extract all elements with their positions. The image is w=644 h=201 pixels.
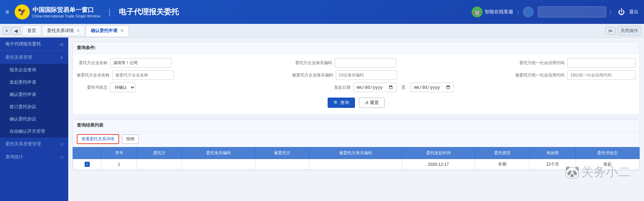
sidebar-stats-arrow: ◁ [60,155,63,159]
td-validity: 12个月 [529,159,575,170]
search-button[interactable]: 🔍 查询 [328,98,355,108]
reject-button[interactable]: 拒绝 [122,134,139,144]
user-icon[interactable]: 👤 [523,6,534,17]
main-layout: 电子代理报关委托 ◁ 委托关系管理 ∨ 报关企业查询 发起委托申请 确认委托申请… [0,38,644,201]
td-type: 长期 [475,159,529,170]
reset-button[interactable]: ↺ 重置 [359,98,385,108]
sidebar-item-confirm-agreement[interactable]: 确认委托协议 [0,113,68,125]
th-type: 委托类型 [475,147,529,159]
query-section: 查询条件: 委托方企业名称 委托方企业海关编码 委托方统一社会信用代码 被委托方… [72,42,640,115]
query-row-1: 委托方企业名称 委托方企业海关编码 委托方统一社会信用代码 [77,58,635,68]
header-right: 🤖 智能在线客服 | 👤 | ⏻ 退出 [472,6,639,17]
search-icon: 🔍 [333,100,339,105]
query-title: 查询条件: [73,42,640,54]
td-entrusted-party [255,159,309,170]
logout-button[interactable]: 退出 [629,9,639,15]
sidebar-item-main[interactable]: 电子代理报关委托 ◁ [0,38,68,51]
entrust-customs-input[interactable] [335,58,396,68]
search-input-area[interactable] [538,6,606,17]
content-area: 查询条件: 委托方企业名称 委托方企业海关编码 委托方统一社会信用代码 被委托方… [68,38,644,201]
th-seq: 序号 [101,147,137,159]
tab-detail[interactable]: 委托关系详情 ✕ [42,25,85,36]
header-search-input[interactable] [541,10,603,14]
th-entrusted-party: 被委托方 [255,147,309,159]
sidebar-item-initiate[interactable]: 发起委托申请 [0,76,68,88]
sidebar-item-customs-query[interactable]: 报关企业查询 [0,64,68,76]
entrust-company-input[interactable] [110,58,172,68]
th-checkbox [73,147,101,159]
table-row: ✓ 1 2020-12-17 长期 12个月 发起 [73,159,640,170]
query-form: 委托方企业名称 委托方企业海关编码 委托方统一社会信用代码 被委托方企业名称 被… [73,54,640,115]
power-icon[interactable]: ⏻ [618,8,625,16]
th-validity: 有效期 [529,147,575,159]
th-status: 委托书状态 [575,147,639,159]
nav-back-button[interactable]: ◀ [12,27,20,34]
sidebar-stats-label: 查询统计 [5,154,23,160]
sidebar-section-change[interactable]: 委托关系变更管理 ◁ [0,138,68,150]
logo-cn: 中国国际贸易单一窗口 [32,6,100,14]
view-detail-button[interactable]: 查看委托关系详情 [77,134,119,144]
sidebar-item-auto-confirm[interactable]: 自动确认开关管理 [0,125,68,138]
sidebar-section-delegation[interactable]: 委托关系管理 ∨ [0,51,68,64]
td-entrust-customs [182,159,255,170]
td-entrusted-customs [310,159,402,170]
sidebar-main-arrow: ◁ [59,42,63,47]
header-logo: 🦅 中国国际贸易单一窗口 China International Trade S… [15,4,100,19]
sidebar-change-label: 委托关系变更管理 [5,141,41,147]
logo-en: China International Trade Single Window [32,14,100,18]
tab-detail-label: 委托关系详情 [47,28,74,34]
reset-label: 重置 [370,100,379,106]
entrusted-customs-label: 被委托方企业海关编码 [292,72,333,78]
tab-home[interactable]: 首页 [22,25,41,36]
logo-text: 中国国际贸易单一窗口 China International Trade Sin… [32,6,100,18]
entrusted-company-input[interactable] [112,70,174,80]
td-status: 发起 [575,159,639,170]
sidebar-section-stats[interactable]: 查询统计 ◁ [0,150,68,163]
service-icon: 🤖 [472,6,483,17]
service-label: 智能在线客服 [485,9,513,15]
td-checkbox[interactable]: ✓ [73,159,101,170]
search-label: 查询 [340,100,349,106]
sidebar: 电子代理报关委托 ◁ 委托关系管理 ∨ 报关企业查询 发起委托申请 确认委托申请… [0,38,68,201]
close-all-button[interactable]: 关闭操作 [617,26,641,35]
tab-confirm[interactable]: 确认委托申请 ✕ [86,25,129,36]
entrusted-customs-input[interactable] [336,70,397,80]
entrust-credit-input[interactable] [567,58,635,68]
trust-status-select[interactable]: 待确认 已确认 已拒绝 [110,83,135,92]
tab-confirm-label: 确认委托申请 [91,28,117,34]
th-entrust-party: 委托方 [137,147,182,159]
sidebar-sub-menu: 报关企业查询 发起委托申请 确认委托申请 签订委托协议 确认委托协议 自动确认开… [0,64,68,138]
results-section: 查询结果列表 查看委托关系详情 拒绝 序号 委托方 委托海关编码 被委托方 被委… [72,119,640,170]
th-issue-time: 委托发起时间 [402,147,475,159]
td-issue-time: 2020-12-17 [402,159,475,170]
service-button[interactable]: 🤖 智能在线客服 [472,6,513,17]
tab-detail-close[interactable]: ✕ [76,28,80,33]
start-date-label: 发起日期 [320,85,350,90]
entrusted-company-label: 被委托方企业名称 [77,72,110,78]
tabbar-more-button[interactable]: ≫ [605,27,615,34]
nav-menu-button[interactable]: ≡ [3,27,10,34]
logo-icon: 🦅 [15,4,30,19]
th-entrusted-customs: 被委托方海关编码 [310,147,402,159]
end-date-input[interactable] [411,83,454,92]
header-divider: | [109,7,111,17]
entrust-customs-label: 委托方企业海关编码 [295,60,332,66]
tab-confirm-close[interactable]: ✕ [120,28,124,33]
sidebar-main-label: 电子代理报关委托 [5,41,41,47]
menu-icon[interactable]: ≡ [5,9,9,16]
entrust-company-label: 委托方企业名称 [77,60,108,66]
start-date-input[interactable] [353,83,397,92]
tab-home-label: 首页 [27,28,36,34]
query-row-3: 委托书状态 待确认 已确认 已拒绝 发起日期 至 [77,83,635,92]
td-entrust-party [137,159,182,170]
table-header-row: 序号 委托方 委托海关编码 被委托方 被委托方海关编码 委托发起时间 委托类型 … [73,147,640,159]
entrusted-credit-input[interactable] [567,70,635,80]
row-checkbox[interactable]: ✓ [85,162,90,167]
tabbar-nav: ≡ ◀ [3,27,20,34]
results-title: 查询结果列表 [73,119,640,131]
reset-icon: ↺ [365,100,369,105]
sidebar-item-confirm-application[interactable]: 确认委托申请 [0,88,68,101]
sidebar-item-sign-agreement[interactable]: 签订委托协议 [0,101,68,113]
entrusted-credit-label: 被委托方统一社会信用代码 [515,72,564,78]
tabbar: ≡ ◀ 首页 委托关系详情 ✕ 确认委托申请 ✕ ≫ 关闭操作 [0,24,644,38]
